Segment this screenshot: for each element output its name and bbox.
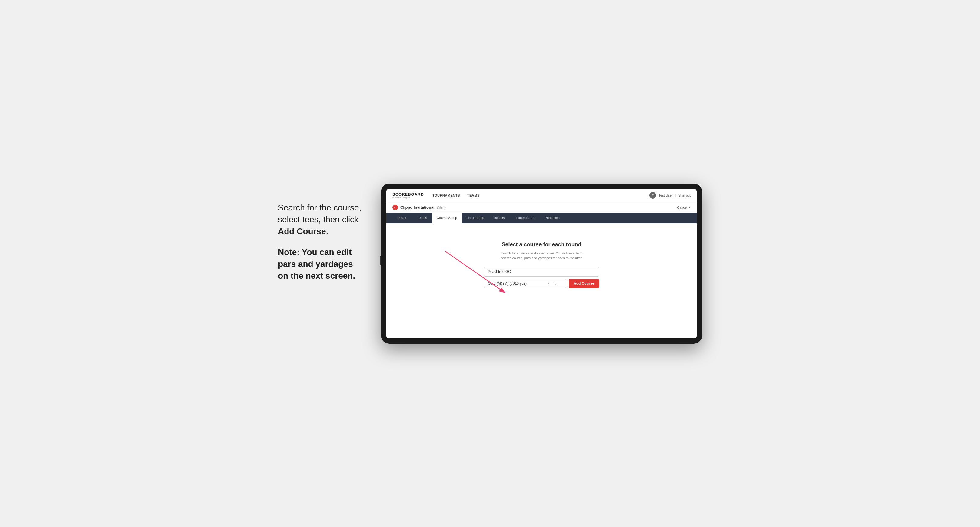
logo-area: SCOREBOARD Powered by clippd <box>393 192 424 199</box>
tournament-type: (Men) <box>437 206 446 209</box>
tablet-screen: SCOREBOARD Powered by clippd TOURNAMENTS… <box>387 189 697 338</box>
nav-teams[interactable]: TEAMS <box>467 194 480 197</box>
tee-select-row: Gold (M) (M) (7010 yds) × ⌃⌄ Add Course <box>484 279 599 288</box>
tab-teams[interactable]: Teams <box>412 213 432 223</box>
nav-tournaments[interactable]: TOURNAMENTS <box>433 194 460 197</box>
tab-details[interactable]: Details <box>393 213 412 223</box>
tee-select-display[interactable]: Gold (M) (M) (7010 yds) × ⌃⌄ <box>484 279 566 288</box>
tab-results[interactable]: Results <box>489 213 510 223</box>
tab-leaderboards[interactable]: Leaderboards <box>510 213 540 223</box>
page-wrapper: Search for the course, select tees, then… <box>278 184 702 344</box>
annotation-line1: Search for the course, select tees, then… <box>278 202 363 237</box>
tournament-bar: C Clippd Invitational (Men) Cancel × <box>387 202 697 213</box>
user-avatar: T <box>649 192 656 199</box>
tab-printables[interactable]: Printables <box>540 213 565 223</box>
user-name: Test User <box>659 194 673 197</box>
annotation-note: Note: You can edit pars and yardages on … <box>278 248 355 281</box>
cancel-button[interactable]: Cancel × <box>677 206 690 209</box>
tab-navigation: Details Teams Course Setup Tee Groups Re… <box>387 213 697 223</box>
tee-clear-button[interactable]: × <box>548 281 550 286</box>
tournament-icon: C <box>393 205 398 210</box>
course-search-input[interactable] <box>484 267 599 276</box>
header-left: SCOREBOARD Powered by clippd TOURNAMENTS… <box>393 192 480 199</box>
tee-arrows-icon: ⌃⌄ <box>552 282 557 285</box>
tee-select-wrapper[interactable]: Gold (M) (M) (7010 yds) × ⌃⌄ <box>484 279 566 288</box>
annotation-area: Search for the course, select tees, then… <box>278 184 363 291</box>
tee-value-text: Gold (M) (M) (7010 yds) <box>488 281 527 286</box>
tab-course-setup[interactable]: Course Setup <box>432 213 462 223</box>
course-select-section: Select a course for each round Search fo… <box>484 241 599 288</box>
add-course-button[interactable]: Add Course <box>569 279 599 288</box>
annotation-bold: Add Course <box>278 227 326 236</box>
tablet-side-button <box>380 256 381 265</box>
app-header: SCOREBOARD Powered by clippd TOURNAMENTS… <box>387 189 697 202</box>
tournament-title: Clippd Invitational <box>400 205 434 210</box>
annotation-line2: Note: You can edit pars and yardages on … <box>278 246 363 282</box>
logo-title: SCOREBOARD <box>393 192 424 197</box>
pipe: | <box>675 194 676 197</box>
sign-out-link[interactable]: Sign out <box>678 194 690 197</box>
logo-subtitle: Powered by clippd <box>393 197 424 199</box>
nav-links: TOURNAMENTS TEAMS <box>433 194 480 197</box>
tournament-name-area: C Clippd Invitational (Men) <box>393 205 445 210</box>
tablet-device: SCOREBOARD Powered by clippd TOURNAMENTS… <box>381 184 702 344</box>
header-right: T Test User | Sign out <box>649 192 690 199</box>
tab-tee-groups[interactable]: Tee Groups <box>462 213 489 223</box>
main-content: Select a course for each round Search fo… <box>387 223 697 338</box>
section-description: Search for a course and select a tee. Yo… <box>499 251 584 261</box>
section-title: Select a course for each round <box>501 241 581 248</box>
